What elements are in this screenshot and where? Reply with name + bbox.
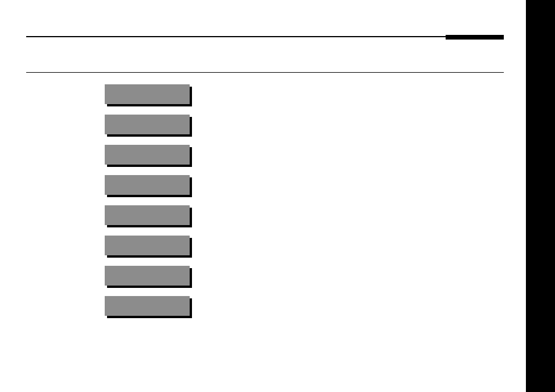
header-rule-top-thick-segment <box>446 35 504 40</box>
display-code-cdd1: CDD1 <box>105 115 190 134</box>
display-code-item: CDNS <box>105 266 190 286</box>
header-rule-bottom <box>26 72 504 73</box>
display-code-item: CDNv <box>105 236 190 255</box>
display-code-label: CDNv <box>209 258 251 272</box>
display-code-cdcd: CDCD <box>105 84 190 104</box>
display-code-cd2a: CD2A <box>105 205 190 225</box>
display-code-label: CDE2 <box>209 168 251 181</box>
header-rule-top <box>26 36 504 37</box>
display-code-item: CDD1 <box>105 115 190 134</box>
display-code-label: CD2A <box>209 228 251 241</box>
page: CDCD CDD1 CDE2 CDNC <box>0 0 555 392</box>
content-area: CDCD CDD1 CDE2 CDNC <box>26 0 504 392</box>
display-code-label: CDNS <box>209 288 251 302</box>
display-code-cdt2: CDt2 <box>105 296 190 316</box>
display-code-cdnv: CDNv <box>105 236 190 255</box>
display-code-label: CDD1 <box>209 137 251 151</box>
display-code-item: CD2A <box>105 205 190 225</box>
display-code-item: CDNC <box>105 175 190 195</box>
right-margin-strip <box>526 0 555 392</box>
display-code-label: CDt2 <box>209 319 251 332</box>
display-code-cde2: CDE2 <box>105 145 190 165</box>
display-code-item: CDt2 <box>105 296 190 316</box>
display-code-label: CDCD <box>209 107 251 120</box>
button-list: CDCD CDD1 CDE2 CDNC <box>105 84 504 316</box>
display-code-label: CDNC <box>209 198 251 211</box>
display-code-item: CDCD <box>105 84 190 104</box>
display-code-item: CDE2 <box>105 145 190 165</box>
display-code-cdns: CDNS <box>105 266 190 286</box>
display-code-cdnc: CDNC <box>105 175 190 195</box>
